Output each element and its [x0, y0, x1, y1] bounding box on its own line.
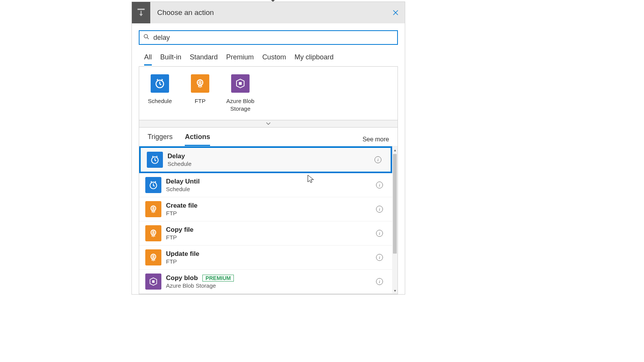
- action-subtitle: Azure Blob Storage: [166, 282, 376, 289]
- svg-line-1: [147, 38, 149, 39]
- category-tab-standard[interactable]: Standard: [190, 53, 218, 66]
- action-item-update-file[interactable]: Update file FTP i: [139, 246, 392, 270]
- category-tabs: AllBuilt-inStandardPremiumCustomMy clipb…: [139, 53, 398, 66]
- action-title: Create file: [166, 202, 376, 210]
- connector-label: Azure Blob Storage: [225, 97, 256, 112]
- info-icon[interactable]: i: [376, 230, 383, 237]
- action-item-copy-blob[interactable]: Copy blobPREMIUM Azure Blob Storage i: [139, 270, 392, 294]
- schedule-connector-icon: [151, 74, 169, 93]
- action-text: Delay Until Schedule: [166, 178, 376, 192]
- action-item-delay-until[interactable]: Delay Until Schedule i: [139, 173, 392, 197]
- tab-triggers[interactable]: Triggers: [148, 133, 172, 146]
- search-box[interactable]: [139, 30, 398, 45]
- action-title: Copy blobPREMIUM: [166, 274, 376, 282]
- svg-rect-10: [152, 280, 155, 283]
- action-title: Delay: [168, 152, 375, 160]
- info-icon[interactable]: i: [375, 156, 381, 163]
- connector-label: Schedule: [148, 97, 172, 105]
- action-subtitle: FTP: [166, 210, 376, 216]
- action-item-create-file[interactable]: Create file FTP i: [139, 197, 392, 221]
- search-icon: [143, 34, 150, 41]
- blob-connector-icon: [231, 74, 250, 93]
- info-icon[interactable]: i: [376, 254, 383, 261]
- ftp-action-icon: [145, 249, 161, 265]
- results-section: Triggers Actions See more ▴ ▾ Delay Sche…: [139, 128, 398, 294]
- connectors-grid: ScheduleFTPAzure Blob Storage: [139, 66, 398, 120]
- action-step-icon: [132, 2, 150, 23]
- category-tab-built-in[interactable]: Built-in: [160, 53, 181, 66]
- tab-actions[interactable]: Actions: [185, 133, 210, 146]
- info-icon[interactable]: i: [376, 182, 383, 188]
- info-icon[interactable]: i: [376, 278, 383, 285]
- choose-action-panel: Choose an action AllBuilt-inStandardPrem…: [131, 2, 405, 295]
- ftp-action-icon: [145, 225, 161, 241]
- scrollbar-track[interactable]: ▴ ▾: [392, 146, 398, 294]
- schedule-action-icon: [147, 152, 163, 168]
- connector-blob[interactable]: Azure Blob Storage: [225, 74, 256, 112]
- connector-ftp[interactable]: FTP: [185, 74, 215, 112]
- info-icon[interactable]: i: [376, 206, 383, 213]
- action-text: Update file FTP: [166, 250, 376, 265]
- action-item-delay[interactable]: Delay Schedule i: [139, 146, 392, 173]
- category-tab-custom[interactable]: Custom: [262, 53, 286, 66]
- category-tab-all[interactable]: All: [144, 53, 152, 66]
- scrollbar-up-arrow[interactable]: ▴: [392, 146, 398, 153]
- search-input[interactable]: [153, 34, 393, 42]
- svg-rect-4: [239, 82, 242, 85]
- action-title: Update file: [166, 250, 376, 258]
- category-tab-my-clipboard[interactable]: My clipboard: [294, 53, 334, 66]
- scrollbar-down-arrow[interactable]: ▾: [392, 287, 398, 294]
- premium-badge: PREMIUM: [202, 275, 234, 282]
- action-subtitle: Schedule: [166, 186, 376, 192]
- see-more-link[interactable]: See more: [363, 136, 389, 143]
- action-title: Delay Until: [166, 178, 376, 185]
- close-button[interactable]: [386, 2, 405, 23]
- action-text: Create file FTP: [166, 202, 376, 216]
- actions-list: ▴ ▾ Delay Schedule i Delay Until Schedul…: [139, 146, 398, 294]
- action-title: Copy file: [166, 226, 376, 234]
- panel-header: Choose an action: [132, 2, 405, 23]
- svg-point-0: [144, 34, 148, 38]
- connector-schedule[interactable]: Schedule: [145, 74, 175, 112]
- action-text: Delay Schedule: [168, 152, 375, 167]
- expand-connectors-button[interactable]: [139, 120, 398, 128]
- results-tabs: Triggers Actions: [148, 133, 363, 146]
- action-subtitle: Schedule: [168, 161, 375, 167]
- action-text: Copy file FTP: [166, 226, 376, 241]
- results-tabs-row: Triggers Actions See more: [139, 133, 398, 146]
- blob-action-icon: [145, 274, 161, 290]
- category-tab-premium[interactable]: Premium: [226, 53, 254, 66]
- action-text: Copy blobPREMIUM Azure Blob Storage: [166, 274, 376, 289]
- ftp-connector-icon: [191, 74, 209, 93]
- schedule-action-icon: [145, 177, 161, 193]
- connector-label: FTP: [195, 97, 205, 105]
- scrollbar-thumb[interactable]: [393, 154, 397, 254]
- panel-body: AllBuilt-inStandardPremiumCustomMy clipb…: [132, 23, 405, 294]
- panel-title: Choose an action: [150, 8, 386, 17]
- action-subtitle: FTP: [166, 234, 376, 241]
- ftp-action-icon: [145, 201, 161, 217]
- action-subtitle: FTP: [166, 258, 376, 265]
- action-item-copy-file[interactable]: Copy file FTP i: [139, 221, 392, 246]
